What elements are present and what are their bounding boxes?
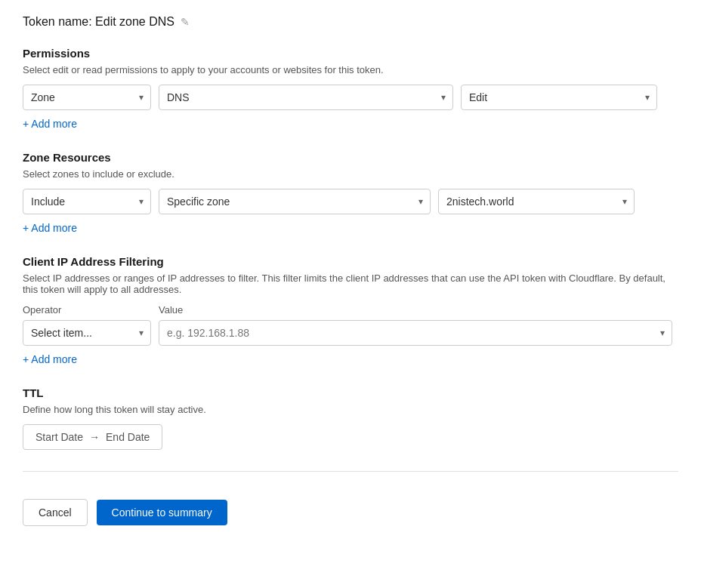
- start-date-label: Start Date: [36, 431, 83, 443]
- start-date-button[interactable]: Start Date → End Date: [23, 424, 162, 450]
- value-field-group: Value ▾: [159, 304, 672, 346]
- bottom-actions: Cancel Continue to summary: [23, 487, 678, 526]
- value-input[interactable]: [159, 320, 672, 346]
- permissions-section: Permissions Select edit or read permissi…: [23, 47, 678, 130]
- include-select-wrapper: Include Exclude: [23, 189, 151, 214]
- resource-select[interactable]: DNS Firewall Cache Rules Workers Routes: [159, 85, 453, 110]
- zone-resources-description: Select zones to include or exclude.: [23, 168, 678, 180]
- bottom-divider: [23, 471, 678, 472]
- client-ip-description: Select IP addresses or ranges of IP addr…: [23, 272, 678, 295]
- permissions-row: Account Zone User DNS Firewall Cache Rul…: [23, 85, 678, 110]
- ttl-date-row: Start Date → End Date: [23, 424, 678, 450]
- zone-resources-title: Zone Resources: [23, 151, 678, 164]
- zone-type-select-wrapper: All Zones Specific zone: [159, 189, 431, 214]
- page-title: Token name: Edit zone DNS ✎: [23, 15, 678, 29]
- date-range-arrow-icon: →: [89, 431, 100, 443]
- operator-field-group: Operator Select item... Equal Not Equal …: [23, 304, 151, 346]
- zone-resources-row: Include Exclude All Zones Specific zone …: [23, 189, 678, 214]
- scope-select-wrapper: Account Zone User: [23, 85, 151, 110]
- client-ip-add-more-button[interactable]: + Add more: [23, 353, 77, 365]
- cancel-button[interactable]: Cancel: [23, 499, 88, 526]
- client-ip-section: Client IP Address Filtering Select IP ad…: [23, 255, 678, 365]
- operator-value-row: Operator Select item... Equal Not Equal …: [23, 304, 678, 346]
- edit-title-icon[interactable]: ✎: [181, 16, 190, 28]
- zone-name-select[interactable]: 2nistech.world: [438, 189, 635, 214]
- zone-resources-section: Zone Resources Select zones to include o…: [23, 151, 678, 234]
- client-ip-title: Client IP Address Filtering: [23, 255, 678, 268]
- end-date-label: End Date: [106, 431, 150, 443]
- value-input-wrapper: ▾: [159, 320, 672, 346]
- permissions-title: Permissions: [23, 47, 678, 60]
- include-select[interactable]: Include Exclude: [23, 189, 151, 214]
- ttl-section: TTL Define how long this token will stay…: [23, 386, 678, 450]
- ttl-description: Define how long this token will stay act…: [23, 404, 678, 415]
- continue-to-summary-button[interactable]: Continue to summary: [97, 500, 227, 525]
- operator-select[interactable]: Select item... Equal Not Equal Is In Is …: [23, 320, 151, 346]
- scope-select[interactable]: Account Zone User: [23, 85, 151, 110]
- zone-name-select-wrapper: 2nistech.world: [438, 189, 635, 214]
- permission-select[interactable]: Read Edit: [461, 85, 657, 110]
- token-title-text: Token name: Edit zone DNS: [23, 15, 174, 29]
- permissions-description: Select edit or read permissions to apply…: [23, 64, 678, 75]
- zone-resources-add-more-button[interactable]: + Add more: [23, 222, 77, 234]
- ttl-title: TTL: [23, 386, 678, 399]
- operator-label: Operator: [23, 304, 151, 316]
- permission-select-wrapper: Read Edit: [461, 85, 657, 110]
- resource-select-wrapper: DNS Firewall Cache Rules Workers Routes: [159, 85, 453, 110]
- permissions-add-more-button[interactable]: + Add more: [23, 118, 77, 130]
- value-label: Value: [159, 304, 672, 316]
- zone-type-select[interactable]: All Zones Specific zone: [159, 189, 431, 214]
- operator-select-wrapper: Select item... Equal Not Equal Is In Is …: [23, 320, 151, 346]
